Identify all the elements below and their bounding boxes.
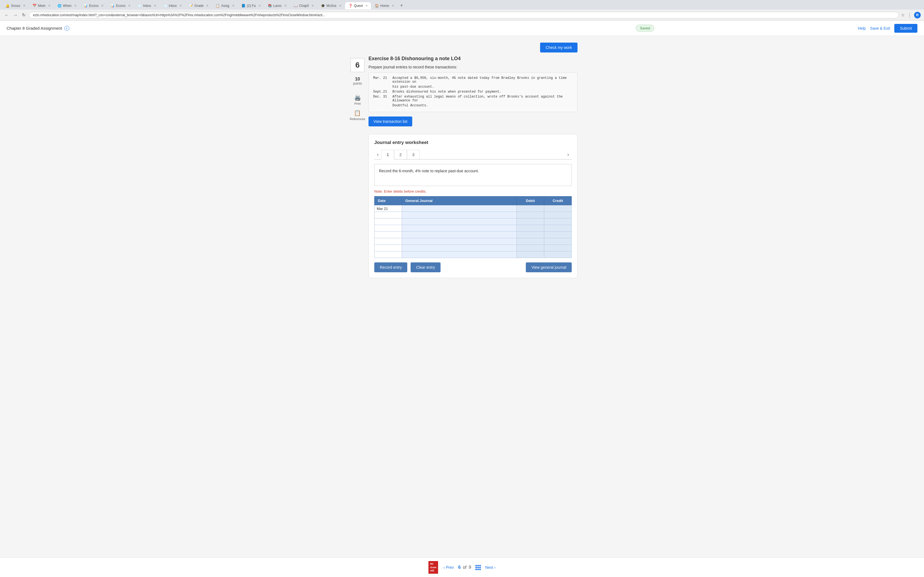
tab-prev-button[interactable]: ‹ xyxy=(374,150,381,159)
prev-button[interactable]: ‹ Prev xyxy=(444,565,454,570)
journal-cell-3[interactable] xyxy=(402,218,517,225)
tab-close[interactable]: ✕ xyxy=(284,4,286,7)
help-button[interactable]: Help xyxy=(858,26,866,31)
credit-cell-3[interactable] xyxy=(544,218,572,225)
tab-close[interactable]: ✕ xyxy=(48,4,50,7)
tab-larso[interactable]: 📚 Larso ✕ xyxy=(265,2,290,9)
clear-entry-button[interactable]: Clear entry xyxy=(410,263,440,272)
tab-close[interactable]: ✕ xyxy=(392,4,394,7)
debit-input-4[interactable] xyxy=(517,225,544,231)
tab-when[interactable]: 🌐 When ✕ xyxy=(54,2,80,9)
tab-inbox2[interactable]: ✉️ Inbox ✕ xyxy=(160,2,185,9)
credit-input-4[interactable] xyxy=(544,225,572,231)
tab-meet[interactable]: 📅 Meet ✕ xyxy=(29,2,53,9)
tab-item-1[interactable]: 1 xyxy=(381,150,394,160)
tab-inbox1[interactable]: ✉️ Inbox ✕ xyxy=(134,2,159,9)
tab-close[interactable]: ✕ xyxy=(232,4,234,7)
debit-input-5[interactable] xyxy=(517,232,544,238)
tab-item-3[interactable]: 3 xyxy=(407,150,420,159)
journal-cell-1[interactable] xyxy=(402,205,517,212)
journal-cell-7[interactable] xyxy=(402,245,517,251)
address-bar[interactable]: ezto.mheducation.com/ext/map/index.html?… xyxy=(29,12,899,18)
journal-cell-8[interactable] xyxy=(402,251,517,258)
debit-input-6[interactable] xyxy=(517,238,544,245)
print-button[interactable]: 🖨️ Print xyxy=(354,94,361,105)
tab-econo2[interactable]: 📊 Econo ✕ xyxy=(107,2,134,9)
tab-close[interactable]: ✕ xyxy=(258,4,261,7)
save-exit-button[interactable]: Save & Exit xyxy=(870,26,890,31)
credit-cell-8[interactable] xyxy=(544,251,572,258)
journal-input-1[interactable] xyxy=(402,205,517,211)
next-button[interactable]: Next › xyxy=(485,565,495,570)
credit-cell-7[interactable] xyxy=(544,245,572,251)
journal-input-3[interactable] xyxy=(402,218,517,225)
tab-home[interactable]: 🏠 Home ✕ xyxy=(372,2,397,9)
tab-next-button[interactable]: › xyxy=(565,150,572,159)
view-transaction-button[interactable]: View transaction list xyxy=(368,116,412,126)
tab-econo1[interactable]: 📊 Econo ✕ xyxy=(80,2,107,9)
bookmark-button[interactable]: ☆ xyxy=(901,12,905,18)
credit-cell-6[interactable] xyxy=(544,238,572,245)
tab-item-2[interactable]: 2 xyxy=(394,150,407,159)
credit-input-6[interactable] xyxy=(544,238,572,245)
journal-input-5[interactable] xyxy=(402,232,517,238)
tab-close[interactable]: ✕ xyxy=(206,4,208,7)
record-entry-button[interactable]: Record entry xyxy=(374,263,407,272)
tab-snooz[interactable]: 🔔 Snooz ✕ xyxy=(2,2,29,9)
credit-input-7[interactable] xyxy=(544,245,572,251)
tab-close[interactable]: ✕ xyxy=(312,4,314,7)
journal-input-2[interactable] xyxy=(402,212,517,218)
tab-close[interactable]: ✕ xyxy=(128,4,130,7)
journal-input-6[interactable] xyxy=(402,238,517,245)
tab-quest-active[interactable]: ❓ Quest ✕ xyxy=(345,2,371,9)
journal-input-4[interactable] xyxy=(402,225,517,231)
debit-cell-7[interactable] xyxy=(517,245,544,251)
tab-close[interactable]: ✕ xyxy=(154,4,156,7)
refresh-button[interactable]: ↻ xyxy=(21,11,27,19)
debit-input-2[interactable] xyxy=(517,212,544,218)
journal-cell-6[interactable] xyxy=(402,238,517,245)
tab-assig[interactable]: 📋 Assig ✕ xyxy=(212,2,237,9)
forward-button[interactable]: → xyxy=(12,11,19,19)
tab-grade[interactable]: 📝 Grade ✕ xyxy=(186,2,212,9)
credit-cell-4[interactable] xyxy=(544,225,572,232)
journal-input-8[interactable] xyxy=(402,251,517,258)
view-general-journal-button[interactable]: View general journal xyxy=(526,263,572,272)
grid-view-icon[interactable] xyxy=(475,565,481,570)
journal-cell-5[interactable] xyxy=(402,232,517,238)
references-button[interactable]: 📋 References xyxy=(350,110,365,121)
debit-cell-8[interactable] xyxy=(517,251,544,258)
profile-button[interactable]: R xyxy=(914,12,921,18)
credit-input-1[interactable] xyxy=(544,205,572,211)
journal-cell-2[interactable] xyxy=(402,212,517,218)
debit-input-8[interactable] xyxy=(517,251,544,258)
credit-input-3[interactable] xyxy=(544,218,572,225)
debit-cell-2[interactable] xyxy=(517,212,544,218)
credit-input-2[interactable] xyxy=(544,212,572,218)
journal-cell-4[interactable] xyxy=(402,225,517,232)
debit-cell-5[interactable] xyxy=(517,232,544,238)
credit-cell-5[interactable] xyxy=(544,232,572,238)
tab-close[interactable]: ✕ xyxy=(365,4,368,7)
debit-input-1[interactable] xyxy=(517,205,544,211)
credit-input-5[interactable] xyxy=(544,232,572,238)
tab-close[interactable]: ✕ xyxy=(339,4,341,7)
tab-close[interactable]: ✕ xyxy=(23,4,25,7)
debit-input-3[interactable] xyxy=(517,218,544,225)
tab-close[interactable]: ✕ xyxy=(179,4,182,7)
debit-cell-6[interactable] xyxy=(517,238,544,245)
info-icon[interactable]: i xyxy=(65,26,69,31)
debit-cell-1[interactable] xyxy=(517,205,544,212)
submit-button[interactable]: Submit xyxy=(894,24,918,33)
back-button[interactable]: ← xyxy=(3,11,10,19)
credit-cell-2[interactable] xyxy=(544,212,572,218)
tab-facebook[interactable]: 📘 (2) Fa ✕ xyxy=(238,2,264,9)
tab-close[interactable]: ✕ xyxy=(101,4,103,7)
tab-mcgra[interactable]: 🎓 McGra ✕ xyxy=(318,2,344,9)
new-tab-button[interactable]: + xyxy=(398,2,405,10)
credit-input-8[interactable] xyxy=(544,251,572,258)
tab-chap0[interactable]: 📖 Chap0 ✕ xyxy=(291,2,317,9)
check-my-work-button[interactable]: Check my work xyxy=(540,43,577,53)
menu-button[interactable]: ⋮ xyxy=(907,12,912,18)
debit-cell-4[interactable] xyxy=(517,225,544,232)
